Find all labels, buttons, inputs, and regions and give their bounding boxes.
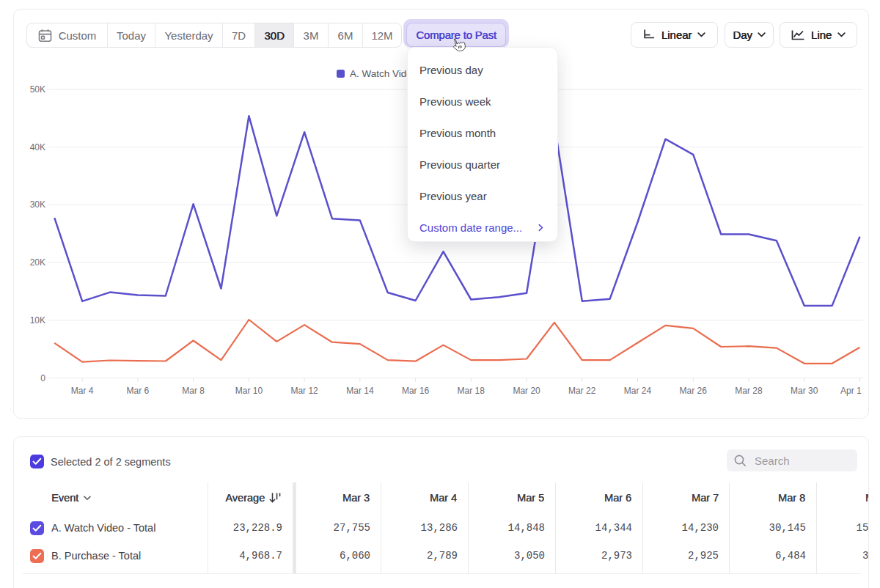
svg-text:Mar 26: Mar 26 <box>680 386 708 396</box>
svg-text:Apr 1: Apr 1 <box>840 386 862 396</box>
svg-text:Mar 14: Mar 14 <box>346 386 374 396</box>
svg-text:Mar 24: Mar 24 <box>624 386 652 396</box>
svg-text:20K: 20K <box>30 257 45 268</box>
svg-text:Mar 8: Mar 8 <box>182 386 205 396</box>
svg-text:50K: 50K <box>30 84 45 95</box>
svg-text:Mar 30: Mar 30 <box>791 386 818 396</box>
svg-text:Mar 20: Mar 20 <box>513 386 540 396</box>
svg-text:Mar 16: Mar 16 <box>402 386 430 396</box>
svg-text:0: 0 <box>40 373 45 383</box>
svg-text:Mar 12: Mar 12 <box>290 386 318 396</box>
svg-text:10K: 10K <box>30 315 45 326</box>
svg-text:Mar 4: Mar 4 <box>71 386 94 396</box>
svg-text:Mar 6: Mar 6 <box>127 386 150 396</box>
svg-text:40K: 40K <box>30 142 45 152</box>
svg-text:Mar 10: Mar 10 <box>235 386 263 396</box>
svg-text:Mar 18: Mar 18 <box>458 386 485 396</box>
svg-text:Mar 28: Mar 28 <box>735 386 763 396</box>
svg-text:30K: 30K <box>30 199 45 210</box>
svg-text:Mar 22: Mar 22 <box>568 386 596 396</box>
